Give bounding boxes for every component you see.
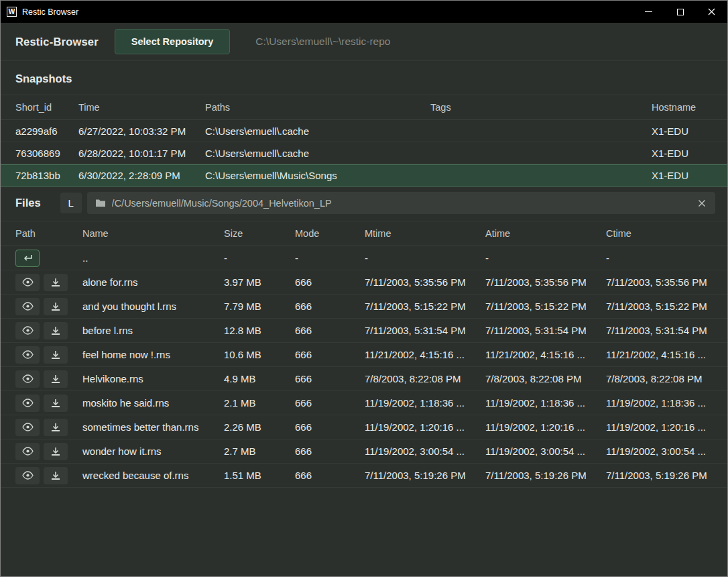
- column-header-time: Time: [78, 102, 205, 113]
- preview-button[interactable]: [15, 467, 40, 484]
- file-atime: 11/19/2002, 3:00:54 ...: [485, 445, 606, 457]
- maximize-button[interactable]: [664, 1, 696, 23]
- download-button[interactable]: [44, 298, 68, 315]
- eye-icon: [22, 278, 34, 286]
- download-icon: [51, 278, 60, 287]
- snapshot-paths: C:\Users\emuell\.cache: [205, 125, 430, 137]
- download-icon: [51, 447, 60, 456]
- file-ctime: 7/11/2003, 5:31:54 PM: [606, 325, 713, 336]
- snapshots-table-header: Short_id Time Paths Tags Hostname: [1, 95, 727, 120]
- file-row: sometimes better than.rns 2.26 MB 666 11…: [1, 415, 727, 439]
- file-atime: 7/11/2003, 5:35:56 PM: [485, 276, 606, 288]
- eye-icon: [22, 374, 34, 383]
- file-size: -: [224, 252, 295, 264]
- folder-icon: [95, 199, 106, 207]
- file-size: 4.9 MB: [224, 373, 295, 384]
- close-icon: [698, 199, 706, 207]
- eye-icon: [22, 326, 34, 335]
- files-table-header: Path Name Size Mode Mtime Atime Ctime: [1, 221, 727, 246]
- snapshot-paths: C:\Users\emuell\Music\Songs: [205, 170, 430, 181]
- preview-button[interactable]: [15, 346, 40, 364]
- snapshot-hostname: X1-EDU: [652, 148, 713, 159]
- file-mtime: 7/8/2003, 8:22:08 PM: [365, 373, 485, 384]
- file-mtime: 11/21/2002, 4:15:16 ...: [365, 349, 485, 360]
- download-button[interactable]: [44, 346, 68, 364]
- preview-button[interactable]: [15, 370, 40, 388]
- file-row: moskito he said.rns 2.1 MB 666 11/19/200…: [1, 391, 727, 415]
- clear-path-button[interactable]: [696, 198, 707, 209]
- preview-button[interactable]: [15, 419, 40, 436]
- eye-icon: [22, 423, 34, 431]
- file-ctime: 11/19/2002, 1:18:36 ...: [606, 397, 713, 409]
- minimize-button[interactable]: [633, 1, 664, 23]
- snapshot-row[interactable]: 76306869 6/28/2022, 10:01:17 PM C:\Users…: [1, 142, 727, 164]
- preview-button[interactable]: [15, 395, 40, 412]
- current-path-field[interactable]: /C/Users/emuell/Music/Songs/2004_Helveti…: [87, 192, 715, 214]
- go-up-button[interactable]: [15, 250, 40, 267]
- file-name: ..: [82, 252, 224, 264]
- eye-icon: [22, 447, 34, 456]
- snapshot-hostname: X1-EDU: [652, 170, 713, 181]
- download-button[interactable]: [44, 419, 68, 436]
- snapshot-row-selected[interactable]: 72b813bb 6/30/2022, 2:28:09 PM C:\Users\…: [1, 164, 727, 187]
- file-name: wonder how it.rns: [82, 445, 224, 457]
- file-row: wrecked because of.rns 1.51 MB 666 7/11/…: [1, 464, 727, 488]
- eye-icon: [22, 350, 34, 359]
- minimize-icon: [645, 11, 652, 12]
- file-mtime: 11/19/2002, 1:20:16 ...: [365, 421, 485, 433]
- download-button[interactable]: [44, 443, 68, 460]
- file-ctime: 7/11/2003, 5:15:22 PM: [606, 301, 713, 312]
- files-section-header: Files L /C/Users/emuell/Music/Songs/2004…: [15, 192, 715, 214]
- download-icon: [51, 350, 60, 360]
- download-button[interactable]: [44, 322, 68, 339]
- snapshot-hostname: X1-EDU: [652, 125, 713, 137]
- file-size: 10.6 MB: [224, 349, 295, 360]
- download-button[interactable]: [44, 370, 68, 388]
- select-repository-button[interactable]: Select Repository: [115, 29, 231, 54]
- file-size: 3.97 MB: [224, 276, 295, 288]
- file-name: sometimes better than.rns: [82, 421, 224, 433]
- snapshot-time: 6/27/2022, 10:03:32 PM: [78, 125, 205, 137]
- column-header-paths: Paths: [205, 102, 430, 113]
- file-mtime: 7/11/2003, 5:19:26 PM: [365, 470, 485, 481]
- file-size: 2.26 MB: [224, 421, 295, 433]
- file-name: before l.rns: [82, 325, 224, 336]
- file-name: Helvikone.rns: [82, 373, 224, 384]
- preview-button[interactable]: [15, 274, 40, 291]
- download-button[interactable]: [44, 467, 68, 484]
- file-size: 2.1 MB: [224, 397, 295, 409]
- column-header-name: Name: [82, 228, 224, 239]
- file-ctime: 7/8/2003, 8:22:08 PM: [606, 373, 713, 384]
- app-window: W Restic Browser Restic-Browser Select R…: [0, 0, 728, 577]
- file-atime: 7/11/2003, 5:19:26 PM: [485, 470, 606, 481]
- preview-button[interactable]: [15, 443, 40, 460]
- file-mtime: 7/11/2003, 5:31:54 PM: [365, 325, 485, 336]
- file-mtime: 7/11/2003, 5:35:56 PM: [365, 276, 485, 288]
- snapshot-paths: C:\Users\emuell\.cache: [205, 148, 430, 159]
- file-row: alone for.rns 3.97 MB 666 7/11/2003, 5:3…: [1, 270, 727, 295]
- preview-button[interactable]: [15, 322, 40, 339]
- snapshot-short-id: 72b813bb: [15, 170, 78, 181]
- app-icon: W: [7, 7, 17, 17]
- file-mtime: 11/19/2002, 1:18:36 ...: [365, 397, 485, 409]
- app-header: Restic-Browser Select Repository C:\User…: [1, 23, 727, 61]
- file-mode: 666: [295, 301, 365, 312]
- list-mode-button[interactable]: L: [60, 193, 82, 213]
- column-header-tags: Tags: [430, 102, 652, 113]
- snapshots-title: Snapshots: [1, 72, 727, 85]
- current-path-text: /C/Users/emuell/Music/Songs/2004_Helveti…: [112, 198, 696, 209]
- preview-button[interactable]: [15, 298, 40, 315]
- download-button[interactable]: [44, 274, 68, 291]
- column-header-hostname: Hostname: [652, 102, 713, 113]
- download-icon: [51, 374, 60, 384]
- file-mode: 666: [295, 349, 365, 360]
- close-button[interactable]: [696, 1, 727, 23]
- file-mtime: 11/19/2002, 3:00:54 ...: [365, 445, 485, 457]
- file-name: feel home now !.rns: [82, 349, 224, 360]
- app-name: Restic-Browser: [15, 36, 99, 48]
- titlebar: W Restic Browser: [1, 1, 727, 23]
- download-button[interactable]: [44, 395, 68, 412]
- snapshot-row[interactable]: a2299af6 6/27/2022, 10:03:32 PM C:\Users…: [1, 120, 727, 142]
- file-row: and you thought l.rns 7.79 MB 666 7/11/2…: [1, 295, 727, 319]
- file-mode: -: [295, 252, 365, 264]
